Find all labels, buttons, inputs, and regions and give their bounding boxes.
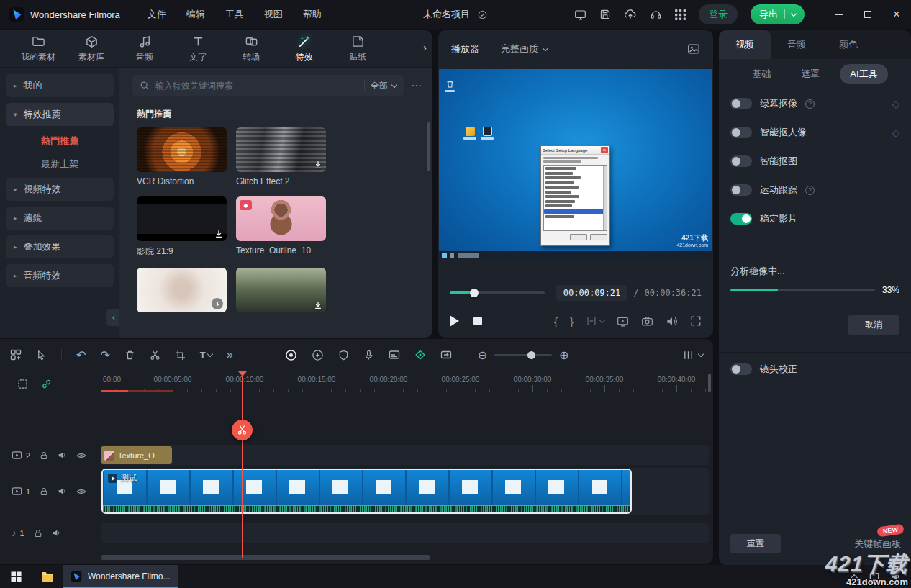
smart-cutout-toggle[interactable]	[730, 155, 752, 167]
maximize-button[interactable]	[853, 0, 882, 29]
sidebar-item-newest[interactable]: 最新上架	[6, 155, 114, 173]
undo-icon[interactable]: ↶	[76, 348, 86, 362]
more-tools-icon[interactable]: »	[227, 348, 233, 361]
mute-speaker-icon[interactable]	[58, 451, 67, 460]
preview-video[interactable]: Select Setup Language ×	[439, 69, 712, 259]
login-button[interactable]: 登录	[699, 4, 738, 24]
track-lane[interactable]	[101, 445, 709, 465]
sidebar-collapse-button[interactable]: ‹	[106, 309, 121, 326]
file-explorer-icon[interactable]	[32, 565, 63, 588]
timeline-zoom-slider[interactable]	[494, 354, 552, 356]
menu-file[interactable]: 文件	[148, 8, 166, 21]
effects-filter-dropdown[interactable]: 全部	[371, 80, 396, 92]
timeline-vertical-scrollbar[interactable]	[708, 374, 711, 392]
playhead-line[interactable]	[242, 371, 243, 558]
tray-volume-icon[interactable]	[891, 571, 901, 582]
keyframe-panel-button[interactable]: NEW 关键帧画板	[854, 538, 901, 551]
text-quick-icon[interactable]: T	[200, 350, 212, 360]
tab-my-media[interactable]: 我的素材	[19, 35, 58, 63]
start-button[interactable]	[0, 565, 32, 588]
tab-transitions[interactable]: 转场	[232, 35, 271, 63]
effect-thumbnail-texture[interactable]: ◆	[236, 196, 326, 241]
cloud-upload-icon[interactable]	[624, 8, 637, 21]
tray-expand-icon[interactable]	[851, 574, 858, 581]
mute-speaker-icon[interactable]	[58, 487, 67, 496]
sidebar-item-hot[interactable]: 熱門推薦	[6, 132, 114, 150]
help-icon[interactable]	[805, 186, 815, 195]
keyframe-tool-icon[interactable]	[414, 349, 426, 361]
download-icon[interactable]	[214, 230, 223, 238]
save-icon[interactable]	[599, 9, 611, 20]
chroma-key-toggle[interactable]	[730, 98, 752, 109]
quality-dropdown[interactable]: 完整画质	[501, 42, 548, 55]
lock-icon[interactable]	[40, 451, 48, 460]
hide-eye-icon[interactable]	[76, 487, 86, 497]
delete-icon[interactable]	[124, 350, 135, 361]
redo-icon[interactable]: ↷	[100, 348, 109, 362]
clip-texture-overlay[interactable]: Texture_O...	[101, 446, 172, 464]
effect-thumbnail[interactable]	[137, 268, 227, 312]
add-to-track-icon[interactable]	[17, 379, 28, 389]
menu-view[interactable]: 视图	[264, 8, 283, 21]
ai-portrait-toggle[interactable]	[730, 127, 752, 138]
effect-thumbnail-vcr[interactable]	[137, 127, 227, 172]
download-icon[interactable]	[314, 160, 322, 169]
expand-tabs-chevron-icon[interactable]: ›	[423, 42, 427, 53]
cancel-button[interactable]: 取消	[848, 315, 899, 335]
tab-audio-props[interactable]: 音频	[771, 30, 822, 59]
select-cursor-icon[interactable]	[36, 350, 47, 361]
keyframe-diamond-icon[interactable]: ◇	[892, 127, 899, 138]
voiceover-mic-icon[interactable]	[363, 350, 374, 361]
ai-enhance-icon[interactable]	[312, 349, 324, 361]
sidebar-item-overlays[interactable]: ▸ 叠加效果	[6, 235, 114, 258]
playhead-split-button[interactable]	[232, 420, 253, 440]
track-lane[interactable]	[101, 523, 709, 543]
sidebar-item-recommended[interactable]: ▾ 特效推薦	[6, 103, 114, 126]
split-scissors-icon[interactable]	[150, 350, 160, 361]
hide-eye-icon[interactable]	[76, 451, 86, 461]
tab-stock-library[interactable]: 素材库	[72, 35, 111, 63]
subtab-ai-tools[interactable]: AI工具	[840, 64, 887, 84]
tab-effects[interactable]: 特效	[285, 35, 324, 63]
taskbar-app-filmora[interactable]: Wondershare Filmo...	[63, 565, 178, 588]
quick-split-tool[interactable]	[586, 315, 604, 327]
crop-icon[interactable]	[175, 350, 186, 361]
sidebar-item-video-effects[interactable]: ▸ 視頻特效	[6, 178, 114, 201]
tab-video[interactable]: 视频	[719, 30, 771, 59]
tab-text[interactable]: 文字	[178, 35, 217, 63]
menu-help[interactable]: 帮助	[303, 8, 322, 21]
timeline-horizontal-scrollbar[interactable]	[101, 555, 430, 560]
help-icon[interactable]	[805, 99, 815, 109]
apps-grid-icon[interactable]	[675, 9, 686, 20]
effects-scrollbar[interactable]	[427, 122, 430, 171]
tab-stickers[interactable]: 贴纸	[338, 35, 377, 63]
minimize-button[interactable]	[825, 0, 853, 29]
mark-in-button[interactable]: {	[554, 315, 558, 327]
effects-search-input[interactable]	[155, 81, 358, 91]
play-button[interactable]	[450, 315, 459, 327]
track-manager-dropdown[interactable]	[683, 350, 703, 361]
effect-thumbnail-cinema[interactable]	[137, 196, 227, 241]
snapshot-camera-icon[interactable]	[641, 315, 653, 327]
tray-display-icon[interactable]	[869, 571, 879, 582]
sidebar-item-filters[interactable]: ▸ 濾鏡	[6, 207, 114, 230]
lock-icon[interactable]	[34, 529, 42, 538]
playback-slider[interactable]	[450, 291, 545, 294]
playhead-cap[interactable]	[238, 371, 247, 376]
zoom-in-icon[interactable]: ⊕	[559, 348, 568, 362]
export-chevron-icon[interactable]	[791, 10, 797, 16]
lens-correction-toggle[interactable]	[730, 363, 752, 375]
tab-color[interactable]: 颜色	[822, 30, 874, 59]
mask-shield-icon[interactable]	[338, 350, 349, 361]
mute-speaker-icon[interactable]	[52, 528, 61, 538]
sidebar-item-mine[interactable]: ▸ 我的	[6, 74, 114, 97]
subtab-mask[interactable]: 遮罩	[791, 64, 830, 84]
reset-button[interactable]: 重置	[730, 534, 781, 553]
mirror-screen-icon[interactable]	[617, 315, 629, 327]
zoom-handle[interactable]	[527, 351, 535, 359]
menu-tools[interactable]: 工具	[225, 8, 244, 21]
media-browser-icon[interactable]	[10, 349, 22, 361]
fullscreen-icon[interactable]	[690, 315, 702, 327]
export-frame-icon[interactable]	[440, 349, 452, 361]
clip-main-video[interactable]: 测试	[101, 469, 632, 514]
